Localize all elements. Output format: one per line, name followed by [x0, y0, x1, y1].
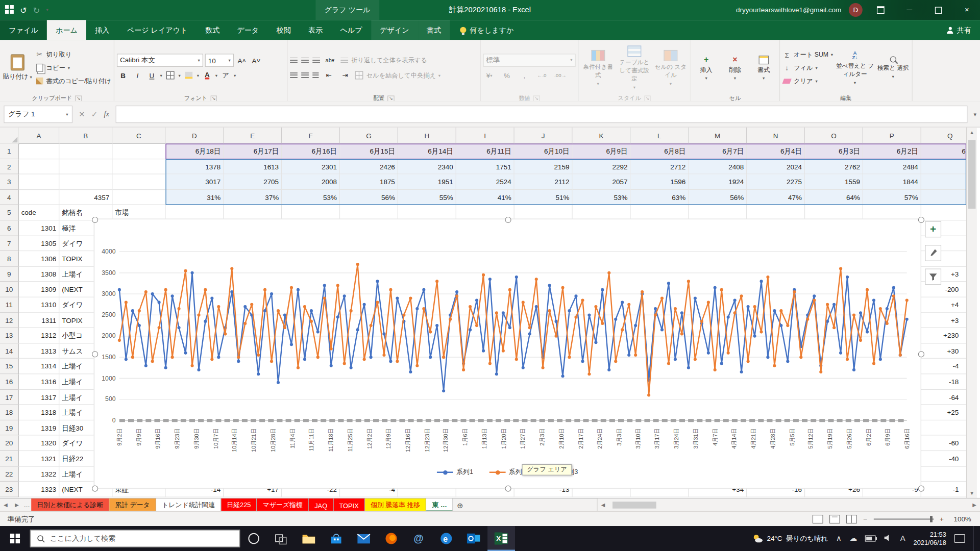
cell-Q14[interactable]: +30 [921, 343, 966, 359]
cell-A16[interactable]: 1316 [19, 374, 60, 389]
cell-A9[interactable]: 1308 [19, 267, 60, 282]
cell-K1[interactable]: 6月9日 [573, 144, 631, 159]
delete-cells-button[interactable]: ×削除 ▾ [722, 42, 748, 94]
cell-D1[interactable]: 6月18日 [165, 144, 224, 159]
row-header-8[interactable]: 8 [0, 251, 19, 266]
onedrive-cloud-icon[interactable]: ☁ [850, 534, 857, 543]
hscroll-left-arrow[interactable]: ◀ [598, 502, 609, 508]
cell-F1[interactable]: 6月16日 [282, 144, 340, 159]
bold-button[interactable]: B [117, 70, 129, 81]
chart-selection-handle[interactable] [92, 485, 98, 491]
taskbar-icon-outlook[interactable] [460, 526, 487, 551]
row-header-6[interactable]: 6 [0, 220, 19, 236]
sheet-tab-日経225[interactable]: 日経225 [221, 498, 257, 512]
cell-J3[interactable]: 2112 [514, 174, 573, 190]
decrease-font-button[interactable]: A˅ [250, 55, 262, 66]
cell-A7[interactable]: 1305 [19, 236, 60, 251]
taskbar-icon-at-mark[interactable]: @ [405, 526, 432, 551]
currency-format-button[interactable]: ¥▾ [483, 70, 495, 81]
sheet-tab-マザーズ指標[interactable]: マザーズ指標 [257, 498, 309, 512]
increase-indent-button[interactable]: ⇥ [339, 70, 351, 81]
chart-selection-handle[interactable] [92, 351, 98, 357]
cell-N2[interactable]: 2024 [747, 159, 805, 174]
tell-me-search[interactable]: 何をしますか [450, 20, 524, 40]
cell-O1[interactable]: 6月3日 [805, 144, 863, 159]
increase-font-button[interactable]: A˄ [236, 55, 248, 66]
percent-format-button[interactable]: % [501, 70, 513, 81]
hscroll-right-arrow[interactable]: ▶ [969, 502, 980, 508]
cell-N3[interactable]: 2275 [747, 174, 805, 190]
cell-D3[interactable]: 3017 [165, 174, 224, 190]
decrease-indent-button[interactable]: ⇤ [323, 70, 335, 81]
align-top-icon[interactable] [290, 58, 298, 63]
taskbar-icon-firefox[interactable] [378, 526, 405, 551]
cut-button[interactable]: ✂切り取り [35, 49, 111, 60]
chart-filters-button[interactable] [925, 269, 941, 285]
chart-selection-handle[interactable] [918, 485, 924, 491]
sheet-tab-日別と株価による診断[interactable]: 日別と株価による診断 [31, 498, 109, 512]
account-email[interactable]: dryyourtearswithlove1@gmail.com [736, 6, 841, 14]
share-button[interactable]: 共有 [938, 20, 980, 40]
sort-filter-button[interactable]: AZ↓並べ替えと フィルター ▾ [836, 42, 874, 94]
cell-C4[interactable] [112, 190, 165, 205]
volume-icon[interactable] [884, 534, 892, 543]
col-header-E[interactable]: E [224, 128, 282, 144]
chart-area[interactable]: 050010001500200025003000350040009月2日9月9日… [94, 219, 921, 489]
weather-widget[interactable]: 24°C曇りのち晴れ [752, 534, 828, 544]
cell-Q3[interactable]: 18 [921, 174, 966, 190]
cell-I1[interactable]: 6月11日 [456, 144, 514, 159]
cell-I2[interactable]: 1751 [456, 159, 514, 174]
row-header-15[interactable]: 15 [0, 359, 19, 374]
cell-L3[interactable]: 1596 [631, 174, 689, 190]
cell-L1[interactable]: 6月8日 [631, 144, 689, 159]
number-dialog-launcher[interactable]: ↘ [533, 95, 540, 102]
cell-A19[interactable]: 1319 [19, 420, 60, 436]
select-all-corner[interactable] [0, 128, 19, 144]
chart-styles-button[interactable] [925, 245, 941, 261]
row-header-21[interactable]: 21 [0, 451, 19, 466]
row-header-16[interactable]: 16 [0, 374, 19, 389]
cell-A1[interactable] [19, 144, 60, 159]
col-header-L[interactable]: L [631, 128, 689, 144]
col-header-F[interactable]: F [282, 128, 340, 144]
cell-M2[interactable]: 2408 [689, 159, 747, 174]
sheet-nav-left[interactable]: ◀ [0, 498, 11, 512]
cell-Q5[interactable] [921, 205, 966, 220]
chart-elements-button[interactable]: + [925, 221, 941, 237]
sheet-tab-東 …[interactable]: 東 … [426, 498, 453, 512]
cell-M3[interactable]: 1924 [689, 174, 747, 190]
taskbar-icon-edge[interactable]: e [432, 526, 460, 551]
col-header-J[interactable]: J [514, 128, 573, 144]
cell-Q22[interactable] [921, 466, 966, 482]
chart-selection-handle[interactable] [918, 351, 924, 357]
cell-A13[interactable]: 1312 [19, 328, 60, 343]
cell-H3[interactable]: 1951 [398, 174, 456, 190]
chart-selection-handle[interactable] [918, 217, 924, 223]
cell-C2[interactable] [112, 159, 165, 174]
tab-データ[interactable]: データ [228, 20, 267, 40]
cell-Q23[interactable]: -1 [921, 482, 966, 497]
insert-function-button[interactable]: fx [104, 109, 109, 118]
cell-I3[interactable]: 2524 [456, 174, 514, 190]
cell-G2[interactable]: 2426 [340, 159, 398, 174]
cell-H1[interactable]: 6月14日 [398, 144, 456, 159]
cell-A23[interactable]: 1323 [19, 482, 60, 497]
align-center-icon[interactable] [301, 72, 309, 78]
clipboard-dialog-launcher[interactable]: ↘ [75, 95, 82, 102]
zoom-slider[interactable] [873, 518, 934, 519]
sheet-tab-トレンド統計関連[interactable]: トレンド統計関連 [156, 498, 221, 512]
row-header-7[interactable]: 7 [0, 236, 19, 251]
zoom-out-button[interactable]: − [863, 515, 867, 523]
row-header-18[interactable]: 18 [0, 405, 19, 420]
formula-input[interactable] [115, 105, 967, 122]
cell-M4[interactable]: 56% [689, 190, 747, 205]
cell-Q17[interactable]: -64 [921, 390, 966, 405]
font-size-select[interactable]: 10▾ [205, 54, 234, 67]
sheet-tab-JAQ[interactable]: JAQ [309, 498, 333, 512]
cell-P2[interactable]: 2484 [863, 159, 921, 174]
cell-B2[interactable] [59, 159, 112, 174]
chart-selection-handle[interactable] [92, 217, 98, 223]
cell-styles-button[interactable]: セルの スタイル ▾ [654, 42, 688, 94]
cell-Q11[interactable]: +4 [921, 297, 966, 313]
cell-A14[interactable]: 1313 [19, 343, 60, 359]
